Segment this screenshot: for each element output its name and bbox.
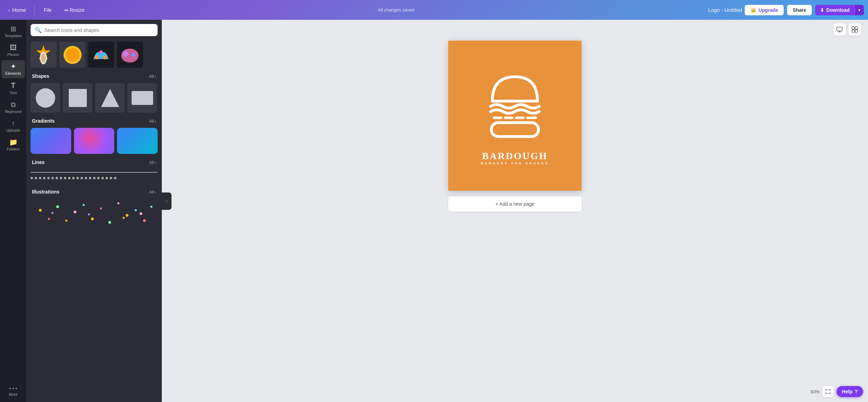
sidebar-item-elements[interactable]: ✦ Elements bbox=[1, 60, 25, 78]
sidebar-item-uploads[interactable]: ↑ Uploads bbox=[1, 117, 25, 135]
dot bbox=[85, 177, 87, 179]
sidebar-label-more: More bbox=[9, 392, 17, 396]
shapes-grid bbox=[26, 80, 162, 115]
sidebar-item-more[interactable]: • • • More bbox=[1, 383, 25, 399]
file-button[interactable]: File bbox=[39, 5, 57, 15]
background-icon: ⧉ bbox=[11, 101, 16, 108]
dot bbox=[72, 177, 75, 179]
dot bbox=[47, 177, 50, 179]
templates-icon: ⊞ bbox=[10, 25, 16, 32]
download-button[interactable]: ⬇ Download bbox=[815, 5, 854, 15]
add-page-button[interactable]: + Add a new page bbox=[448, 196, 582, 212]
download-group: ⬇ Download ▾ bbox=[815, 5, 864, 15]
sticker-item[interactable] bbox=[117, 42, 143, 68]
svg-point-2 bbox=[41, 53, 46, 63]
illustrations-all-link[interactable]: All › bbox=[149, 189, 156, 195]
svg-point-28 bbox=[150, 206, 152, 208]
dot bbox=[43, 177, 45, 179]
sticker-item[interactable] bbox=[59, 42, 85, 68]
upgrade-button[interactable]: 👑 Upgrade bbox=[745, 5, 784, 15]
panel-hide-button[interactable]: ‹ bbox=[162, 192, 172, 210]
gradients-grid bbox=[26, 125, 162, 157]
dot bbox=[31, 177, 33, 179]
shape-square[interactable] bbox=[63, 83, 92, 113]
home-label: Home bbox=[12, 7, 26, 13]
gradient-blue-teal[interactable] bbox=[117, 128, 158, 154]
topbar-center: All changes saved bbox=[92, 7, 705, 13]
shapes-all-link[interactable]: All › bbox=[149, 74, 156, 79]
search-bar[interactable]: 🔍 bbox=[31, 24, 158, 36]
sticker-item[interactable] bbox=[31, 42, 57, 68]
canvas-toolbar bbox=[833, 23, 861, 36]
lines-section-header: Lines All › bbox=[26, 157, 162, 166]
illustrations-section bbox=[26, 196, 162, 229]
design-canvas[interactable]: BARDOUGH BURGERS AND SHAKES bbox=[448, 41, 582, 191]
dot bbox=[89, 177, 91, 179]
elements-panel: 🔍 Shapes All bbox=[26, 20, 162, 402]
svg-point-22 bbox=[100, 207, 102, 210]
zoom-expand-button[interactable] bbox=[823, 386, 834, 397]
home-button[interactable]: ‹ Home bbox=[4, 5, 30, 15]
download-chevron-button[interactable]: ▾ bbox=[854, 5, 864, 15]
svg-point-19 bbox=[74, 211, 76, 213]
chevron-right-icon: › bbox=[155, 160, 156, 165]
line-dotted[interactable] bbox=[31, 175, 158, 181]
brand-sub: BURGERS AND SHAKES bbox=[481, 162, 549, 165]
illustrations-title: Illustrations bbox=[32, 189, 59, 195]
svg-point-15 bbox=[39, 209, 42, 212]
uploads-icon: ↑ bbox=[11, 120, 15, 127]
svg-rect-37 bbox=[855, 27, 858, 29]
desktop-view-button[interactable] bbox=[833, 23, 846, 36]
share-button[interactable]: Share bbox=[787, 5, 812, 15]
svg-point-27 bbox=[143, 219, 146, 222]
shape-rounded-rect[interactable] bbox=[127, 83, 157, 113]
shape-circle[interactable] bbox=[31, 83, 60, 113]
burger-logo bbox=[484, 66, 546, 146]
svg-point-32 bbox=[140, 212, 142, 215]
sidebar-item-background[interactable]: ⧉ Bkground bbox=[1, 98, 25, 116]
sidebar-label-folders: Folders bbox=[7, 147, 20, 151]
sidebar-label-uploads: Uploads bbox=[6, 128, 20, 132]
more-icon: • • • bbox=[9, 386, 17, 391]
sidebar-item-folders[interactable]: 📁 Folders bbox=[1, 136, 25, 154]
gradient-blue-purple[interactable] bbox=[31, 128, 71, 154]
dot bbox=[56, 177, 58, 179]
chevron-right-icon: › bbox=[155, 74, 156, 79]
resize-button[interactable]: ⇔Resize bbox=[59, 5, 90, 15]
photos-icon: 🖼 bbox=[10, 44, 17, 51]
svg-point-6 bbox=[99, 50, 103, 54]
lines-all-link[interactable]: All › bbox=[149, 160, 156, 165]
sticker-item[interactable] bbox=[88, 42, 114, 68]
sidebar-item-templates[interactable]: ⊞ Templates bbox=[1, 23, 25, 41]
document-title[interactable]: Logo - Untitled bbox=[708, 7, 742, 13]
illustration-confetti[interactable] bbox=[31, 199, 158, 227]
svg-point-10 bbox=[131, 53, 135, 57]
gradients-title: Gradients bbox=[32, 118, 55, 124]
svg-point-16 bbox=[48, 218, 50, 220]
gradients-all-link[interactable]: All › bbox=[149, 118, 156, 124]
dot bbox=[51, 177, 54, 179]
line-solid[interactable] bbox=[31, 172, 158, 173]
dot bbox=[35, 177, 37, 179]
brand-name: BARDOUGH bbox=[482, 150, 548, 162]
grid-view-button[interactable] bbox=[849, 23, 861, 36]
svg-point-29 bbox=[51, 212, 53, 214]
dot bbox=[106, 177, 108, 179]
sidebar-item-photos[interactable]: 🖼 Photos bbox=[1, 41, 25, 59]
dot bbox=[76, 177, 79, 179]
gradient-pink-purple[interactable] bbox=[74, 128, 115, 154]
dot bbox=[97, 177, 100, 179]
shape-triangle[interactable] bbox=[95, 83, 125, 113]
help-button[interactable]: Help ? bbox=[836, 386, 863, 397]
search-input[interactable] bbox=[44, 27, 153, 33]
svg-point-4 bbox=[66, 48, 80, 62]
chevron-left-icon: ‹ bbox=[8, 7, 10, 13]
svg-point-30 bbox=[88, 213, 90, 215]
elements-icon: ✦ bbox=[10, 63, 16, 70]
svg-rect-44 bbox=[491, 123, 539, 137]
svg-rect-12 bbox=[69, 89, 87, 107]
svg-point-11 bbox=[36, 88, 55, 108]
dot bbox=[60, 177, 62, 179]
svg-point-5 bbox=[95, 55, 99, 59]
sidebar-item-text[interactable]: T Text bbox=[1, 79, 25, 98]
